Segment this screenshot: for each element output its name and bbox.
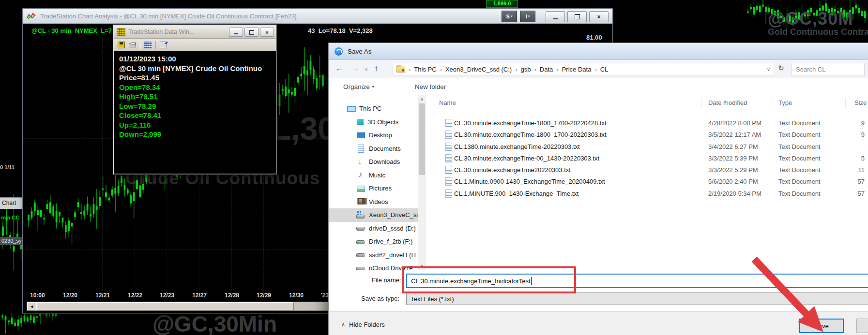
sidebar-item-3d-objects[interactable]: 3D Objects [329, 116, 418, 129]
file-type: Text Document [778, 190, 821, 197]
address-dropdown-icon[interactable]: ∨ [767, 67, 770, 72]
recent-locations-icon[interactable]: ∨ [365, 67, 368, 72]
breadcrumb-item-this-pc[interactable]: This PC [414, 66, 436, 73]
indicator-tool-button[interactable]: I▾ [520, 11, 535, 22]
organize-button[interactable]: Organize▾ [343, 83, 374, 90]
sidebar-item-pictures[interactable]: Pictures [329, 182, 418, 195]
drive-sys-icon [356, 211, 365, 219]
save-button[interactable]: Save [799, 319, 844, 333]
grid-view-icon[interactable] [144, 42, 152, 48]
data-window-titlebar[interactable]: TradeStation Data Win... × [114, 26, 276, 39]
sidebar-item-pcloud-drive-p[interactable]: pCloud Drive (P [329, 262, 418, 270]
breadcrumb-item-price-data[interactable]: Price Data [562, 66, 592, 73]
symbol-watermark: L,30 [272, 110, 335, 147]
file-row[interactable]: CL.1.MINUTE.900_1430-Exchange_Time.txt2/… [433, 188, 868, 200]
cancel-button[interactable] [856, 319, 868, 333]
breadcrumb-item-data[interactable]: Data [540, 66, 553, 73]
background-chart-watermark: @GC,30M Gold Continuous Contra [768, 11, 868, 37]
file-size: 57 [849, 178, 865, 185]
close-button[interactable]: × [589, 11, 609, 22]
dropdown-icon: ▾ [511, 15, 513, 18]
data-window-line: High=78.51 [119, 92, 276, 102]
sidebar-item-drive-f-2tb-f[interactable]: Drive_f_2tb (F:) [329, 235, 418, 248]
sidebar-item-music[interactable]: Music [329, 169, 418, 182]
column-header-name[interactable]: Name [439, 99, 456, 106]
sidebar-item-label: Xeon3_DriveC_ss [369, 211, 418, 218]
file-name-input[interactable]: CL.30.minute.exchangeTime_InidcatorTest [406, 274, 868, 288]
data-window-values: 01/12/2023 15:00@CL 30 min [NYMEX] Crude… [114, 51, 276, 139]
text-caret [531, 277, 532, 285]
sidebar-item-label: This PC [359, 105, 381, 112]
minimize-button[interactable] [546, 11, 565, 22]
file-date-modified: 5/6/2020 2:40 PM [708, 178, 758, 185]
save-as-type-label: Save as type: [361, 295, 399, 302]
back-icon[interactable]: ← [335, 64, 344, 73]
hide-folders-button[interactable]: ∧ Hide Folders [341, 321, 385, 328]
file-row[interactable]: CL.30.minute.exchangeTime-00_1430-202203… [433, 153, 868, 164]
address-bar[interactable]: › This PC›Xeon3_DriveC_ssd (C:)›gsb›Data… [393, 63, 774, 75]
scrollbar-thumb[interactable] [419, 103, 425, 175]
dialog-titlebar[interactable]: Save As [329, 43, 868, 60]
column-header-type[interactable]: Type [778, 99, 792, 106]
data-window-line: Close=78.41 [119, 111, 276, 120]
scroll-down-icon[interactable]: ∨ [418, 262, 426, 270]
sidebar-item-label: Downloads [369, 158, 400, 165]
new-folder-button[interactable]: New folder [415, 83, 446, 90]
restore-button[interactable] [567, 11, 587, 22]
sidebar-item-drived-sssd-d[interactable]: driveD_sssd (D:) [329, 222, 418, 235]
print-icon[interactable] [129, 44, 136, 47]
save-as-type-select[interactable]: Text Files (*.txt) [406, 292, 868, 305]
navigation-pane: This PC3D ObjectsDesktopDocumentsDownloa… [329, 95, 418, 270]
scrollbar-thumb[interactable] [36, 302, 294, 310]
time-axis-label: 12/30 [289, 292, 304, 299]
doc-icon [356, 145, 365, 152]
file-row[interactable]: CL.30.minute.exchangeTime20220303.txt3/3… [433, 164, 868, 176]
text-file-icon [445, 143, 452, 151]
forward-icon[interactable]: → [351, 64, 359, 73]
music-icon [356, 171, 365, 179]
data-window-line: Open=78.34 [119, 83, 276, 92]
file-row[interactable]: CL.1.Minute.0900-1430_ExchangeTime_20200… [433, 176, 868, 188]
sidebar-item-documents[interactable]: Documents [329, 142, 418, 156]
price-axis-label: 81.00 [586, 34, 602, 41]
export-chart-icon[interactable] [160, 42, 167, 48]
refresh-icon[interactable]: ↻ [778, 64, 784, 73]
minimize-icon [553, 18, 558, 19]
time-axis-label: 12/20 [63, 292, 77, 299]
minimize-button[interactable] [229, 28, 243, 37]
scroll-up-icon[interactable]: ∧ [418, 95, 426, 103]
sidebar-item-ssd-2-driveh-h[interactable]: ssd#2_driveH (H [329, 248, 418, 262]
file-row[interactable]: CL.30.minute.exchangeTime-1800_1700-2022… [433, 129, 868, 141]
data-window-line: Down=2,099 [119, 130, 276, 139]
file-row[interactable]: CL.1380.minute.exchangeTime-20220303.txt… [433, 141, 868, 153]
up-icon[interactable]: ↑ [374, 64, 379, 73]
file-row[interactable]: CL.30.minute.exchangeTime-1800_1700-2022… [433, 117, 868, 129]
scroll-left-icon[interactable]: ◄ [27, 302, 36, 310]
sidebar-item-desktop[interactable]: Desktop [329, 129, 418, 142]
data-window-title: TradeStation Data Win... [128, 29, 194, 35]
edge-fragment-symbol: min CC [1, 215, 20, 220]
pic-icon [356, 185, 365, 192]
dropdown-icon: ▾ [372, 85, 374, 89]
sidebar-item-videos[interactable]: Videos [329, 195, 418, 209]
sidebar-item-label: 3D Objects [367, 118, 398, 126]
chart-window-titlebar[interactable]: TradeStation Chart Analysis - @CL 30 min… [23, 9, 612, 24]
save-icon[interactable] [118, 42, 125, 48]
column-header-date[interactable]: Date modified [708, 99, 747, 106]
sidebar-scrollbar[interactable]: ∧ ∨ [418, 95, 426, 270]
search-input[interactable]: Search CL [791, 63, 865, 75]
column-header-size[interactable]: Size [854, 99, 867, 106]
time-axis-label: 12/28 [225, 292, 239, 299]
breadcrumb-item-xeon3-drivec-ssd-c[interactable]: Xeon3_DriveC_ssd (C:) [445, 66, 512, 73]
breadcrumb-item-gsb[interactable]: gsb [521, 66, 531, 73]
sidebar-item-downloads[interactable]: Downloads [329, 155, 418, 169]
style-tool-button[interactable]: S▾ [502, 11, 517, 22]
close-button[interactable]: × [260, 28, 274, 37]
sidebar-item-this-pc[interactable]: This PC [329, 102, 418, 116]
restore-button[interactable] [244, 28, 259, 37]
breadcrumb-separator: › [556, 66, 558, 73]
breadcrumb-item-cl[interactable]: CL [600, 66, 609, 73]
time-axis-label: 12/23 [160, 292, 174, 299]
sidebar-item-xeon3-drivec-ss[interactable]: Xeon3_DriveC_ss [329, 208, 418, 222]
breadcrumb-separator: › [440, 66, 442, 73]
